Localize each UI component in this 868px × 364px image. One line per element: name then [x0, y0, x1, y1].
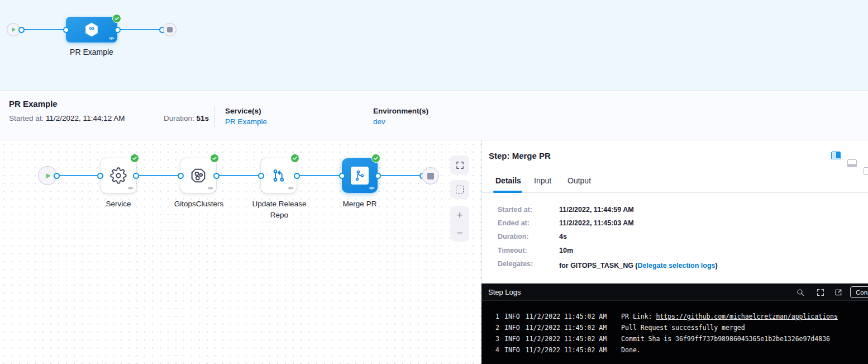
log-line: 3INFO11/2/2022 11:45:02 AMCommit Sha is … — [481, 333, 868, 344]
log-timestamp: 11/2/2022 11:45:02 AM — [526, 344, 607, 356]
edge — [216, 175, 261, 176]
log-level: INFO — [504, 344, 520, 356]
duration-value: 51s — [197, 114, 209, 122]
environments-link[interactable]: dev — [373, 117, 385, 126]
stage-node-pr-example[interactable]: ∞ </> — [66, 17, 117, 42]
detail-label: Started at: — [498, 206, 532, 214]
step-node-update-release-repo[interactable]: </> — [261, 158, 297, 193]
tab-input[interactable]: Input — [534, 176, 551, 185]
log-line-number: 1 — [493, 311, 499, 322]
log-line-number: 3 — [493, 333, 499, 344]
code-glyph: </> — [369, 186, 374, 191]
active-tab-underline — [493, 191, 522, 193]
step-node-gitopsclusters[interactable]: </> — [180, 158, 216, 193]
stage-graph-section: ∞ </> PR Example — [0, 0, 868, 91]
zoom-out-button[interactable]: − — [456, 228, 462, 238]
search-icon[interactable] — [796, 288, 805, 297]
open-external-icon[interactable] — [834, 288, 843, 297]
marquee-select-button[interactable] — [450, 180, 469, 199]
port — [294, 173, 300, 179]
tab-output[interactable]: Output — [567, 176, 591, 185]
zoom-in-button[interactable]: + — [456, 210, 462, 220]
selection-box-icon — [456, 186, 464, 193]
pipeline-execution-page: ∞ </> PR Example PR Example Started at: … — [0, 0, 868, 364]
play-icon — [44, 172, 52, 180]
log-line-number: 2 — [493, 322, 499, 333]
stop-icon — [167, 27, 173, 32]
run-title: PR Example — [9, 99, 58, 108]
detail-value: 10m — [559, 247, 573, 254]
started-at-label: Started at — [9, 114, 42, 122]
detail-label: Delegates: — [498, 260, 533, 268]
edge — [136, 175, 180, 176]
log-line: 2INFO11/2/2022 11:45:02 AMPull Request s… — [481, 322, 868, 333]
services-label: Service(s) — [225, 107, 261, 115]
pipeline-end-node[interactable] — [163, 23, 177, 36]
detail-value: 4s — [559, 233, 567, 240]
log-level: INFO — [504, 333, 520, 344]
stage-label: PR Example — [55, 46, 128, 58]
release-repo-icon — [270, 167, 287, 184]
code-glyph: </> — [288, 186, 293, 191]
tabs-divider — [482, 192, 868, 193]
success-check-icon — [371, 154, 380, 163]
step-details-panel: Step: Merge PR Details Input Output Star… — [481, 140, 868, 283]
layout-right-button[interactable] — [864, 167, 868, 175]
layout-split-right-button[interactable] — [831, 152, 841, 159]
execution-canvas[interactable]: </> </> — [0, 140, 481, 364]
step-logs-title: Step Logs — [488, 288, 521, 296]
code-glyph: </> — [128, 186, 133, 191]
port — [375, 173, 381, 179]
graph-end-node[interactable] — [422, 167, 439, 185]
step-logs-header: Step Logs Conso — [481, 283, 868, 301]
log-message: Done. — [621, 344, 641, 356]
step-node-service[interactable]: </> — [101, 158, 136, 193]
console-view-button[interactable]: Conso — [850, 286, 868, 298]
log-timestamp: 11/2/2022 11:45:02 AM — [526, 333, 607, 344]
layout-bottom-icon — [848, 164, 856, 167]
edge — [117, 29, 162, 30]
code-glyph: </> — [208, 186, 213, 191]
log-line-number: 4 — [493, 344, 499, 356]
delegate-selection-logs-link[interactable]: Delegate selection logs — [638, 262, 716, 270]
edge — [56, 175, 100, 176]
success-check-icon — [210, 154, 219, 163]
success-check-icon — [112, 14, 121, 23]
port — [339, 173, 345, 179]
log-timestamp: 11/2/2022 11:45:02 AM — [526, 311, 607, 322]
detail-value: 11/2/2022, 11:45:03 AM — [559, 219, 634, 227]
fit-to-screen-button[interactable] — [450, 155, 469, 174]
port — [97, 173, 103, 179]
step-logs-panel: Step Logs Conso 1INFO11/2/2022 11:45:02 … — [481, 283, 868, 364]
clusters-icon — [189, 167, 207, 185]
log-line: 4INFO11/2/2022 11:45:02 AMDone. — [481, 344, 868, 356]
tab-details[interactable]: Details — [495, 176, 521, 185]
detail-label: Timeout: — [498, 247, 527, 254]
log-level: INFO — [504, 322, 520, 333]
port — [258, 173, 264, 179]
log-message: PR Link: — [621, 311, 656, 322]
step-label: Service — [90, 198, 146, 210]
delegates-prefix: for GITOPS_TASK_NG ( — [559, 262, 638, 270]
port — [115, 27, 121, 33]
pr-link[interactable]: https://github.com/michaelcretzman/appli… — [656, 311, 837, 322]
step-panel-title: Step: Merge PR — [489, 151, 551, 160]
zoom-controls: + − — [450, 206, 469, 242]
gear-icon — [110, 167, 127, 184]
step-node-merge-pr[interactable]: </> — [342, 158, 378, 193]
log-message: Pull Request successfully merged — [621, 322, 745, 333]
port — [63, 27, 69, 33]
step-label: Update Release Repo — [248, 198, 311, 221]
edge — [20, 29, 66, 30]
expand-logs-icon[interactable] — [816, 288, 825, 297]
edge — [297, 175, 342, 176]
layout-bottom-button[interactable] — [847, 159, 857, 167]
layout-split-right-icon — [836, 152, 840, 158]
detail-label: Duration: — [498, 233, 529, 240]
services-link[interactable]: PR Example — [225, 117, 267, 126]
step-label: Merge PR — [332, 198, 388, 210]
edge — [378, 175, 422, 176]
expand-icon — [455, 160, 465, 170]
delegates-suffix: ) — [715, 262, 717, 270]
run-header: PR Example Started at: 11/2/2022, 11:44:… — [0, 92, 868, 140]
